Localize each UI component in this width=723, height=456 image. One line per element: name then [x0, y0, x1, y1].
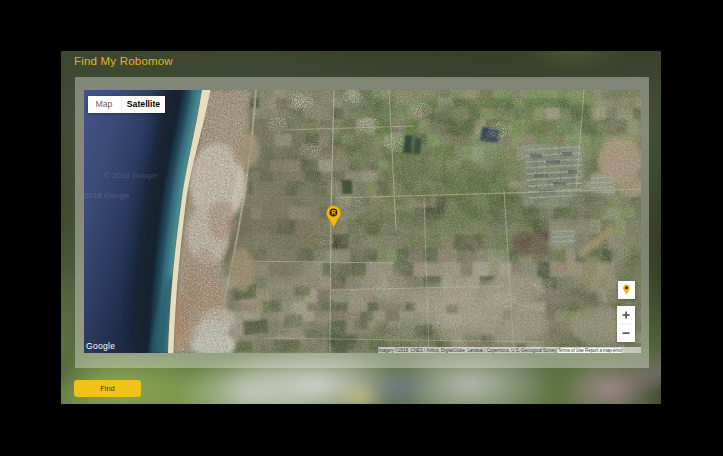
svg-text:2018 Google: 2018 Google [84, 191, 130, 200]
svg-text:R: R [331, 209, 336, 216]
svg-text:© 2018 Google: © 2018 Google [104, 171, 158, 180]
svg-text:Google: Google [86, 341, 115, 351]
